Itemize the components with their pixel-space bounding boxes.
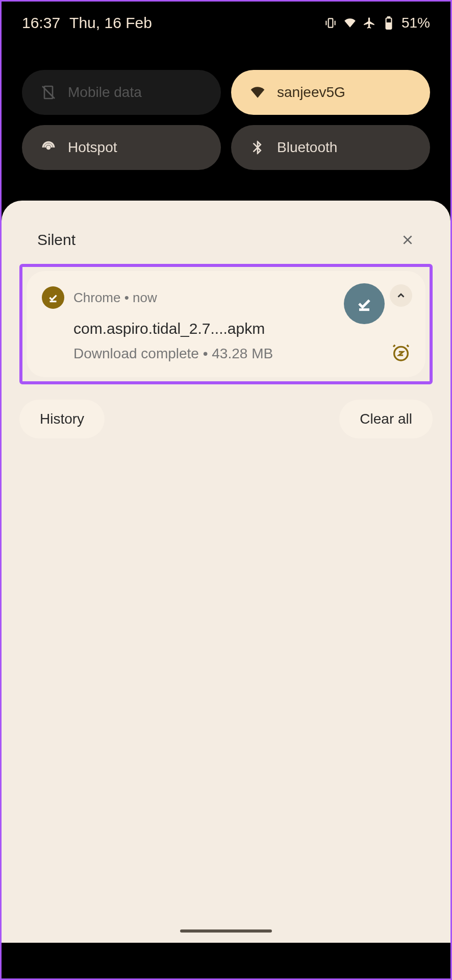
notification-panel: Silent Chrome • now com.aspiro.tidal_2.: [2, 201, 450, 943]
download-icon: [42, 286, 64, 309]
notification-subtitle: Download complete • 43.28 MB: [73, 346, 410, 362]
status-bar: 16:37 Thu, 16 Feb 51%: [2, 2, 450, 44]
vibrate-icon: [324, 16, 337, 30]
mobile-data-off-icon: [39, 83, 58, 102]
navigation-handle[interactable]: [180, 929, 272, 933]
airplane-icon: [363, 16, 376, 30]
status-date: Thu, 16 Feb: [69, 14, 152, 32]
qs-label: Mobile data: [68, 84, 142, 101]
hotspot-icon: [39, 138, 58, 157]
svg-point-8: [47, 146, 49, 149]
close-icon[interactable]: [400, 233, 415, 247]
svg-rect-0: [329, 18, 333, 27]
battery-icon: [382, 16, 395, 30]
notification-card[interactable]: Chrome • now com.aspiro.tidal_2.7....apk…: [27, 271, 425, 377]
collapse-icon[interactable]: [390, 284, 412, 307]
qs-mobile-data[interactable]: Mobile data: [22, 70, 221, 115]
bluetooth-icon: [248, 138, 267, 157]
qs-label: sanjeev5G: [277, 84, 345, 101]
qs-label: Bluetooth: [277, 139, 337, 156]
status-time: 16:37: [22, 14, 60, 32]
quick-settings: Mobile data sanjeev5G Hotspot Bluetooth: [2, 44, 450, 201]
snooze-icon[interactable]: [390, 341, 412, 364]
history-button[interactable]: History: [19, 400, 105, 438]
notification-app-name: Chrome • now: [73, 290, 157, 306]
wifi-icon: [248, 83, 267, 102]
section-title: Silent: [37, 231, 76, 249]
status-left: 16:37 Thu, 16 Feb: [22, 14, 152, 32]
download-complete-icon: [344, 283, 385, 324]
battery-percent: 51%: [401, 15, 430, 31]
qs-wifi[interactable]: sanjeev5G: [231, 70, 430, 115]
action-row: History Clear all: [19, 384, 433, 438]
qs-label: Hotspot: [68, 139, 117, 156]
qs-bluetooth[interactable]: Bluetooth: [231, 125, 430, 170]
svg-rect-5: [387, 23, 391, 29]
wifi-icon: [343, 16, 357, 30]
status-right: 51%: [324, 15, 430, 31]
qs-hotspot[interactable]: Hotspot: [22, 125, 221, 170]
notification-highlight: Chrome • now com.aspiro.tidal_2.7....apk…: [19, 264, 433, 384]
svg-rect-4: [388, 17, 390, 18]
section-header: Silent: [19, 226, 433, 264]
clear-all-button[interactable]: Clear all: [339, 400, 433, 438]
